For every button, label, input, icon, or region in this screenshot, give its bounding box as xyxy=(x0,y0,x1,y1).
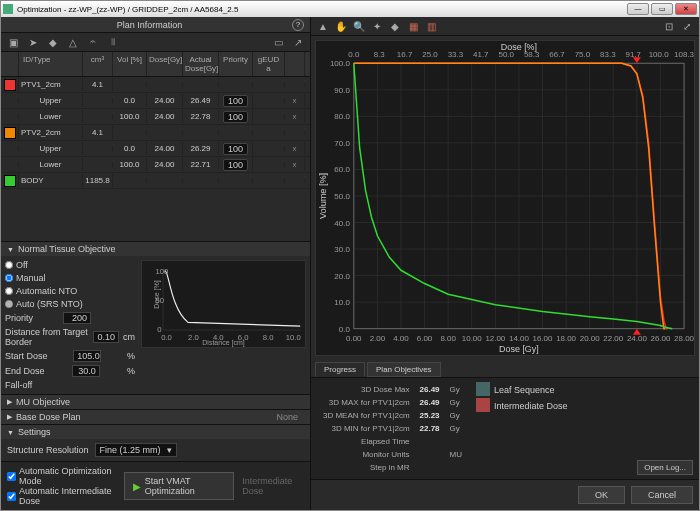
cancel-button[interactable]: Cancel xyxy=(631,486,693,504)
tab-objectives[interactable]: Plan Objectives xyxy=(367,362,441,377)
nto-priority[interactable]: 200 xyxy=(63,312,91,324)
svg-text:33.3: 33.3 xyxy=(448,50,464,59)
svg-text:100.0: 100.0 xyxy=(649,50,669,59)
svg-text:50: 50 xyxy=(155,296,164,305)
res-label: Structure Resolution xyxy=(7,445,89,455)
svg-text:16.00: 16.00 xyxy=(533,334,553,343)
leaf-icon xyxy=(476,382,490,396)
hand-icon[interactable]: ✋ xyxy=(335,20,347,32)
plan-info-header: Plan Information ? xyxy=(1,17,310,33)
svg-text:60.0: 60.0 xyxy=(334,165,350,174)
svg-text:0.0: 0.0 xyxy=(339,325,351,334)
svg-text:30.0: 30.0 xyxy=(334,245,350,254)
svg-text:75.0: 75.0 xyxy=(575,50,591,59)
settings-header[interactable]: ▼Settings xyxy=(1,425,310,439)
folder-icon[interactable]: ▭ xyxy=(272,36,284,48)
tri-icon[interactable]: △ xyxy=(67,36,79,48)
pointer-icon[interactable]: ▲ xyxy=(317,20,329,32)
help-icon[interactable]: ? xyxy=(292,19,304,31)
ok-button[interactable]: OK xyxy=(578,486,625,504)
stats-table: 3D Dose Max26.49Gy3D MAX for PTV1|2cm26.… xyxy=(317,382,468,475)
svg-text:Dose [%]: Dose [%] xyxy=(501,42,537,52)
minimize-button[interactable]: — xyxy=(627,3,649,15)
svg-text:Dose [Gy]: Dose [Gy] xyxy=(499,344,539,354)
zoom-icon[interactable]: 🔍 xyxy=(353,20,365,32)
expand-icon[interactable]: ⤢ xyxy=(681,20,693,32)
svg-text:2.0: 2.0 xyxy=(188,333,199,342)
nto-header[interactable]: ▼Normal Tissue Objective xyxy=(1,242,310,256)
svg-text:0.0: 0.0 xyxy=(348,50,360,59)
chart-toolbar: ▲ ✋ 🔍 ✦ ◆ ▦ ▥ ⊡ ⤢ xyxy=(311,17,699,36)
nto-off[interactable]: Off xyxy=(5,260,135,270)
svg-text:80.0: 80.0 xyxy=(334,112,350,121)
nto-auto[interactable]: Automatic NTO xyxy=(5,286,135,296)
svg-text:40.0: 40.0 xyxy=(334,218,350,227)
nto-manual[interactable]: Manual xyxy=(5,273,135,283)
objective-row[interactable]: Upper0.024.0026.29100x xyxy=(1,141,310,157)
mu-header[interactable]: ▶MU Objective xyxy=(1,395,310,409)
svg-text:100: 100 xyxy=(155,267,168,276)
svg-text:10.00: 10.00 xyxy=(462,334,482,343)
svg-text:24.00: 24.00 xyxy=(627,334,647,343)
svg-text:83.3: 83.3 xyxy=(600,50,616,59)
diamond2-icon[interactable]: ◆ xyxy=(389,20,401,32)
reset-icon[interactable]: ⊡ xyxy=(663,20,675,32)
objective-row[interactable]: Lower100.024.0022.71100x xyxy=(1,157,310,173)
plan-toolbar: ▣ ➤ ◆ △ 𝄐 ⦀ ▭ ↗ xyxy=(1,33,310,52)
diamond-icon[interactable]: ◆ xyxy=(47,36,59,48)
window-title: Optimization - zz-WP_(zz-WP) / GRIDDEP_2… xyxy=(17,5,627,14)
intermediate-dose-button: Intermediate Dose xyxy=(242,476,304,496)
svg-text:8.00: 8.00 xyxy=(440,334,456,343)
start-optimization-button[interactable]: ▶Start VMAT Optimization xyxy=(124,472,235,500)
auto-mode-check[interactable]: Automatic Optimization Mode xyxy=(7,466,116,486)
svg-text:10.0: 10.0 xyxy=(286,333,301,342)
maximize-button[interactable]: ▭ xyxy=(651,3,673,15)
grid-icon[interactable]: ▥ xyxy=(425,20,437,32)
nto-start[interactable]: 105.0 xyxy=(73,350,101,362)
close-button[interactable]: ✕ xyxy=(675,3,697,15)
add-icon[interactable]: ▣ xyxy=(7,36,19,48)
structure-row[interactable]: PTV2_2cm4.1 xyxy=(1,125,310,141)
base-header[interactable]: ▶Base Dose PlanNone xyxy=(1,410,310,424)
objective-row[interactable]: Upper0.024.0026.49100x xyxy=(1,93,310,109)
res-select[interactable]: Fine (1.25 mm)▾ xyxy=(95,443,177,457)
svg-text:10.0: 10.0 xyxy=(334,298,350,307)
app-icon xyxy=(3,4,13,14)
svg-text:108.3: 108.3 xyxy=(674,50,694,59)
svg-text:50.0: 50.0 xyxy=(334,192,350,201)
svg-text:41.7: 41.7 xyxy=(473,50,489,59)
tab-progress[interactable]: Progress xyxy=(315,362,365,377)
svg-text:12.00: 12.00 xyxy=(485,334,505,343)
svg-text:16.7: 16.7 xyxy=(397,50,413,59)
objectives-header: ID/Type cm³ Vol [%] Dose[Gy] Actual Dose… xyxy=(1,52,310,77)
svg-text:8.3: 8.3 xyxy=(374,50,386,59)
nto-dist[interactable]: 0.10 xyxy=(93,331,119,343)
svg-text:28.00: 28.00 xyxy=(674,334,694,343)
svg-text:0.00: 0.00 xyxy=(346,334,362,343)
svg-text:100.0: 100.0 xyxy=(330,59,350,68)
svg-text:22.00: 22.00 xyxy=(603,334,623,343)
svg-text:20.00: 20.00 xyxy=(580,334,600,343)
objective-row[interactable]: Lower100.024.0022.78100x xyxy=(1,109,310,125)
svg-text:0.0: 0.0 xyxy=(161,333,172,342)
nto-srs[interactable]: Auto (SRS NTO) xyxy=(5,299,135,309)
svg-text:66.7: 66.7 xyxy=(549,50,565,59)
export-icon[interactable]: ↗ xyxy=(292,36,304,48)
dvh-chart[interactable]: 0.002.004.006.008.0010.0012.0014.0016.00… xyxy=(315,40,695,356)
line-icon[interactable]: 𝄐 xyxy=(87,36,99,48)
pin-icon[interactable]: ✦ xyxy=(371,20,383,32)
svg-text:4.00: 4.00 xyxy=(393,334,409,343)
nto-end[interactable]: 30.0 xyxy=(72,365,100,377)
arrow-icon[interactable]: ➤ xyxy=(27,36,39,48)
svg-text:90.0: 90.0 xyxy=(334,86,350,95)
copy-icon[interactable]: ▦ xyxy=(407,20,419,32)
svg-text:25.0: 25.0 xyxy=(422,50,438,59)
split-icon[interactable]: ⦀ xyxy=(107,36,119,48)
structure-row[interactable]: PTV1_2cm4.1 xyxy=(1,77,310,93)
structure-row[interactable]: BODY1185.8 xyxy=(1,173,310,189)
auto-inter-check[interactable]: Automatic Intermediate Dose xyxy=(7,486,116,506)
titlebar: Optimization - zz-WP_(zz-WP) / GRIDDEP_2… xyxy=(1,1,699,17)
open-log-button[interactable]: Open Log... xyxy=(637,460,693,475)
objectives-rows: PTV1_2cm4.1Upper0.024.0026.49100xLower10… xyxy=(1,77,310,189)
svg-text:20.0: 20.0 xyxy=(334,272,350,281)
